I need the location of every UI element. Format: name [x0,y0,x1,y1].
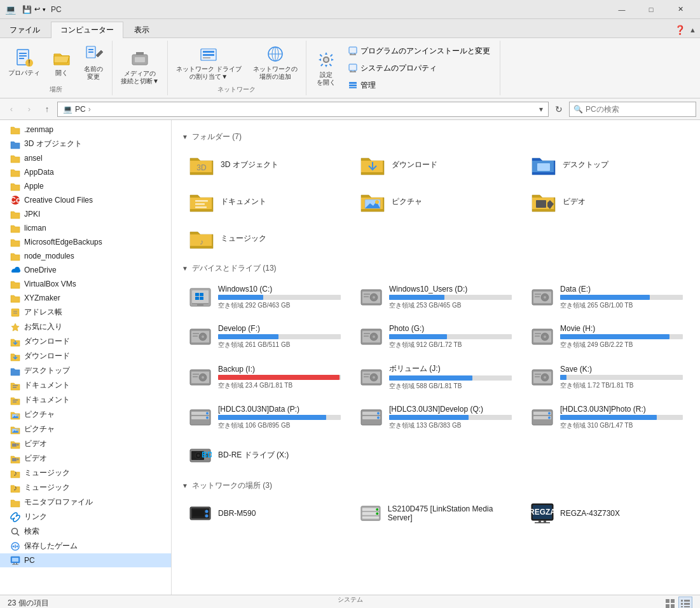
drive-item-h[interactable]: Movie (H:) 空き領域 249 GB/2.22 TB [524,320,690,354]
drive-bar-fill-p [218,415,326,420]
rename-button[interactable]: 名前の 変更 [79,41,108,84]
sidebar-item-ansel[interactable]: ansel [0,151,171,165]
close-button[interactable]: ✕ [666,0,695,19]
back-button[interactable]: ‹ [4,102,19,117]
media-label: メディアの 接続と切断▼ [121,70,159,85]
sidebar-item-download2[interactable]: ダウンロード [0,349,171,363]
folder-item-download[interactable]: ダウンロード [353,149,519,180]
sidebar-item-node-label: node_modules [24,252,74,260]
quick-access-save[interactable]: 💾 [22,5,32,14]
drive-item-f[interactable]: Develop (F:) 空き領域 261 GB/511 GB [182,320,348,354]
tab-file[interactable]: ファイル [0,22,50,37]
drive-item-x[interactable]: BD BD-RE ドライブ (X:) [182,440,348,471]
open-button[interactable]: 開く [47,44,76,80]
ribbon-collapse-icon[interactable]: ▲ [689,26,696,34]
sidebar-item-virtualbox[interactable]: VirtualBox VMs [0,277,171,291]
drive-item-r[interactable]: [HDLC3.0U3N]Photo (R:) 空き領域 310 GB/1.47 … [524,400,690,435]
drive-item-c[interactable]: Windows10 (C:) 空き領域 292 GB/463 GB [182,280,348,314]
drive-item-j[interactable]: ボリューム (J:) 空き領域 588 GB/1.81 TB [353,359,519,395]
drive-item-k[interactable]: Save (K:) 空き領域 1.72 TB/1.81 TB [524,359,690,395]
sidebar-item-video1[interactable]: ビデオ [0,436,171,451]
sidebar-item-music2[interactable]: ♪ ミュージック [0,480,171,495]
sidebar-item-licman[interactable]: licman [0,221,171,235]
drive-icon-r [531,406,554,429]
sidebar-item-desktop[interactable]: デスクトップ [0,363,171,378]
sidebar-item-jpki[interactable]: JPKI [0,207,171,221]
folder-icon-ansel [10,153,20,163]
tab-computer[interactable]: コンピューター [51,22,123,38]
sidebar-item-monitor[interactable]: モニタプロファイル [0,495,171,510]
sidebar-item-pics2[interactable]: ピクチャ [0,422,171,436]
sidebar-item-zenmap[interactable]: .zenmap [0,123,171,137]
sidebar-item-pc[interactable]: PC [0,553,171,567]
sidebar-item-docs1[interactable]: ドキュメント [0,378,171,393]
sysprops-button[interactable]: システムのプロパティ [343,61,495,76]
sidebar-item-search[interactable]: 検索 [0,524,171,539]
drive-info-d: Windows10_Users (D:) 空き領域 253 GB/465 GB [389,285,512,310]
settings-button[interactable]: 設定 を開く [312,46,341,90]
properties-button[interactable]: ! プロパティ [4,44,45,80]
sidebar-item-creative-cloud[interactable]: Cc Creative Cloud Files [0,193,171,207]
sidebar-item-music1[interactable]: ♪ ミュージック [0,466,171,480]
drive-item-i[interactable]: Backup (I:) 空き領域 23.4 GB/1.81 TB [182,359,348,395]
path-dropdown-btn[interactable]: ▾ [539,105,543,114]
sidebar-item-xyz[interactable]: XYZmaker [0,291,171,305]
sidebar-item-msedge[interactable]: MicrosoftEdgeBackups [0,235,171,249]
up-button[interactable]: ↑ [39,102,55,117]
folder-item-video[interactable]: ビデオ [524,186,690,217]
media-button[interactable]: メディアの 接続と切断▼ [116,45,163,88]
view-large-icon-btn[interactable] [663,597,677,609]
folder-item-3d[interactable]: 3D 3D オブジェクト [182,149,348,180]
manage-button[interactable]: 管理 [343,78,495,93]
network-drive-button[interactable]: ネットワーク ドライブ の割り当て▼ [172,41,246,84]
folder-item-docs[interactable]: ドキュメント [182,186,348,217]
svg-rect-172 [671,599,675,603]
sidebar-item-favorites[interactable]: お気に入り [0,320,171,334]
network-item-dbr[interactable]: DBR-M590 [182,497,348,529]
sidebar-item-link[interactable]: リンク [0,510,171,524]
folders-section-header[interactable]: ▼ フォルダー (7) [182,132,690,142]
sidebar-item-link-label: リンク [24,511,47,522]
network-place-button[interactable]: ネットワークの 場所の追加 [249,41,302,84]
sidebar-item-pics1[interactable]: ピクチャ [0,407,171,422]
view-detail-btn[interactable] [678,597,692,609]
sidebar-item-appdata[interactable]: AppData [0,165,171,179]
network-item-ls210[interactable]: LS210D475 [LinkStation Media Server] [353,497,519,529]
drive-item-g[interactable]: Photo (G:) 空き領域 912 GB/1.72 TB [353,320,519,354]
quick-access-undo[interactable]: ↩ [34,5,40,13]
tab-view[interactable]: 表示 [125,22,159,37]
search-input[interactable] [586,105,692,114]
network-item-regza[interactable]: REGZA REGZA-43Z730X [524,497,690,529]
drive-icon-j [360,366,383,389]
sidebar-item-download1[interactable]: ダウンロード [0,334,171,349]
drive-bar-fill-i [218,375,340,380]
sidebar-item-video2[interactable]: ビデオ [0,451,171,466]
sidebar-item-saved-games[interactable]: 保存したゲーム [0,539,171,553]
network-section-header[interactable]: ▼ ネットワークの場所 (3) [182,480,690,491]
folder-item-pictures[interactable]: ピクチャ [353,186,519,217]
sidebar-item-addressbook[interactable]: アドレス帳 [0,305,171,320]
svg-rect-69 [195,203,205,205]
sidebar-item-onedrive[interactable]: OneDrive [0,263,171,277]
sidebar-item-apple[interactable]: Apple [0,179,171,193]
folder-item-desktop[interactable]: デスクトップ [524,149,690,180]
drive-item-q[interactable]: [HDLC3.0U3N]Develop (Q:) 空き領域 133 GB/383… [353,400,519,435]
folder-item-music[interactable]: ♪ ミュージック [182,222,348,254]
refresh-button[interactable]: ↻ [551,102,566,117]
sidebar-item-node[interactable]: node_modules [0,249,171,263]
ribbon-help-icon[interactable]: ❓ [675,25,685,35]
minimize-button[interactable]: — [607,0,636,19]
network-icon-regza: REGZA [531,502,554,525]
drive-item-d[interactable]: Windows10_Users (D:) 空き領域 253 GB/465 GB [353,280,519,314]
drives-section-header[interactable]: ▼ デバイスとドライブ (13) [182,263,690,274]
uninstall-button[interactable]: プログラムのアンインストールと変更 [343,44,495,58]
forward-button[interactable]: › [22,102,37,117]
quick-access-dropdown[interactable]: ▾ [43,6,46,13]
sidebar-item-docs2[interactable]: ドキュメント [0,393,171,407]
drive-item-e[interactable]: Data (E:) 空き領域 265 GB/1.00 TB [524,280,690,314]
address-path[interactable]: 💻 PC › ▾ [57,102,549,117]
ribbon-group-media-items: メディアの 接続と切断▼ [116,41,163,93]
sidebar-item-3d[interactable]: 3D オブジェクト [0,137,171,151]
drive-item-p[interactable]: [HDLC3.0U3N]Data (P:) 空き領域 106 GB/895 GB [182,400,348,435]
maximize-button[interactable]: □ [636,0,666,19]
